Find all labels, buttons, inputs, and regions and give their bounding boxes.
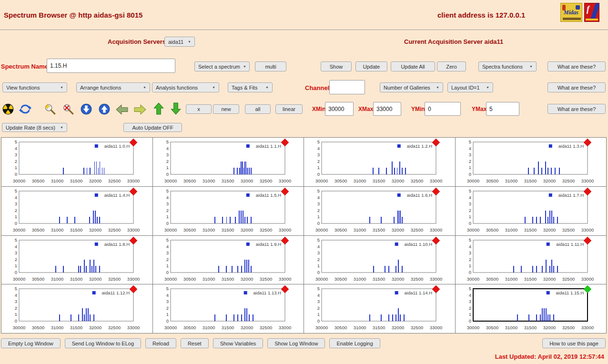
update-all-button[interactable]: Update All	[391, 61, 435, 71]
svg-text:32000: 32000	[89, 178, 101, 183]
what-are-these-button[interactable]: What are these?	[547, 82, 606, 92]
footer-button[interactable]: Show Log Window	[267, 338, 325, 348]
spectrum-panel[interactable]: 0123453000030500310003150032000325003300…	[456, 236, 607, 284]
xmax-input[interactable]	[373, 102, 401, 116]
tags-fits-label: Tags & Fits	[232, 85, 257, 91]
svg-text:3: 3	[15, 250, 17, 255]
svg-text:32500: 32500	[259, 276, 272, 282]
svg-text:5: 5	[166, 237, 168, 243]
arrow-right-icon[interactable]	[134, 104, 146, 116]
svg-text:2: 2	[468, 256, 471, 262]
svg-text:5: 5	[468, 237, 471, 243]
refresh-icon[interactable]	[19, 103, 31, 115]
ymin-label: YMin	[411, 106, 425, 112]
spectra-functions-dropdown[interactable]: Spectra functions ▼	[478, 61, 537, 71]
svg-text:30500: 30500	[486, 227, 498, 233]
spectrum-panel[interactable]: 0123453000030500310003150032000325003300…	[153, 138, 304, 186]
svg-text:1: 1	[15, 263, 17, 268]
show-button[interactable]: Show	[321, 61, 352, 71]
svg-text:aida11 1.0.H: aida11 1.0.H	[104, 143, 130, 149]
svg-text:5: 5	[166, 286, 168, 291]
all-button[interactable]: all	[245, 104, 271, 114]
update-rate-dropdown[interactable]: Update Rate (8 secs) ▼	[2, 123, 67, 132]
globe-up-icon[interactable]	[98, 103, 111, 115]
svg-text:3: 3	[317, 299, 320, 304]
footer-button[interactable]: Enable Logging	[329, 338, 380, 348]
svg-text:5: 5	[166, 139, 168, 144]
svg-text:aida11 1.8.H: aida11 1.8.H	[104, 242, 130, 247]
svg-text:aida11 1.12.H: aida11 1.12.H	[102, 290, 130, 295]
auto-update-button[interactable]: Auto Update OFF	[123, 123, 182, 132]
svg-text:32500: 32500	[411, 276, 423, 282]
svg-text:31000: 31000	[51, 178, 63, 183]
svg-text:1: 1	[15, 312, 17, 317]
footer-buttons: Empty Log WindowSend Log Window to ELogR…	[1, 338, 380, 348]
acquisition-server-select[interactable]: aida11 ▼	[164, 37, 195, 47]
chevron-down-icon: ▼	[265, 86, 269, 89]
channel-input[interactable]	[329, 80, 365, 94]
svg-text:3: 3	[166, 250, 168, 255]
footer-button[interactable]: Reset	[181, 338, 209, 348]
spectrum-panel[interactable]: 0123453000030500310003150032000325003300…	[153, 236, 304, 284]
layout-id-dropdown[interactable]: Layout ID=1 ▼	[447, 82, 493, 92]
number-of-galleries-dropdown[interactable]: Number of Galleries ▼	[380, 82, 443, 92]
spectrum-panel[interactable]: 0123453000030500310003150032000325003300…	[304, 236, 455, 284]
what-are-these-button[interactable]: What are these?	[547, 61, 606, 71]
svg-text:4: 4	[166, 194, 168, 200]
zero-button[interactable]: Zero	[437, 61, 466, 71]
analysis-functions-dropdown[interactable]: Analysis functions ▼	[152, 82, 219, 92]
svg-text:3: 3	[166, 299, 168, 304]
spectrum-panel[interactable]: 0123453000030500310003150032000325003300…	[456, 138, 607, 186]
svg-text:30500: 30500	[486, 276, 498, 282]
view-functions-dropdown[interactable]: View functions ▼	[2, 82, 67, 92]
radiation-icon[interactable]	[2, 103, 14, 115]
spectrum-panel[interactable]: 0123453000030500310003150032000325003300…	[304, 138, 455, 186]
footer-button[interactable]: Show Variables	[213, 338, 263, 348]
footer-button[interactable]: Reload	[145, 338, 176, 348]
zoom-out-icon[interactable]	[62, 103, 74, 115]
what-are-these-button[interactable]: What are these?	[547, 104, 606, 114]
update-button[interactable]: Update	[355, 61, 387, 71]
spectrum-panel[interactable]: 0123453000030500310003150032000325003300…	[1, 138, 152, 186]
spectrum-panel[interactable]: 0123453000030500310003150032000325003300…	[304, 284, 455, 333]
spectrum-panel[interactable]: 0123453000030500310003150032000325003300…	[153, 187, 304, 235]
arrow-up-icon[interactable]	[152, 102, 165, 115]
svg-text:3: 3	[166, 152, 168, 157]
ymin-input[interactable]	[425, 102, 461, 116]
select-spectrum-dropdown[interactable]: Select a spectrum ▼	[194, 61, 250, 71]
svg-text:33000: 33000	[278, 276, 291, 282]
arrow-down-icon[interactable]	[170, 102, 182, 115]
xmin-input[interactable]	[325, 102, 354, 116]
spectrum-panel[interactable]: 0123453000030500310003150032000325003300…	[456, 187, 607, 235]
select-spectrum-label: Select a spectrum	[198, 64, 240, 70]
svg-text:33000: 33000	[581, 325, 593, 330]
new-button[interactable]: new	[213, 104, 239, 114]
linear-button[interactable]: linear	[275, 104, 303, 114]
spectrum-panel[interactable]: 0123453000030500310003150032000325003300…	[153, 284, 304, 333]
svg-text:1: 1	[468, 263, 471, 268]
globe-down-icon[interactable]	[80, 103, 92, 115]
spectrum-panel[interactable]: 0123453000030500310003150032000325003300…	[304, 187, 455, 235]
x-button[interactable]: x	[186, 104, 212, 114]
tags-fits-dropdown[interactable]: Tags & Fits ▼	[228, 82, 273, 92]
spectrum-name-input[interactable]	[47, 59, 175, 73]
svg-text:5: 5	[468, 139, 471, 144]
svg-text:3: 3	[317, 250, 320, 255]
svg-text:31500: 31500	[373, 325, 385, 330]
spectrum-panel[interactable]: 0123453000030500310003150032000325003300…	[456, 284, 607, 333]
ymax-input[interactable]	[486, 102, 519, 116]
how-to-use-button[interactable]: How to use this page	[542, 338, 606, 348]
spectrum-panel[interactable]: 0123453000030500310003150032000325003300…	[1, 236, 152, 284]
footer-button[interactable]: Empty Log Window	[1, 338, 61, 348]
svg-text:33000: 33000	[430, 276, 442, 282]
zoom-in-icon[interactable]	[44, 103, 56, 115]
spectrum-panel[interactable]: 0123453000030500310003150032000325003300…	[1, 187, 152, 235]
spectrum-panel[interactable]: 0123453000030500310003150032000325003300…	[1, 284, 152, 333]
multi-button[interactable]: multi	[255, 61, 286, 71]
svg-text:32500: 32500	[562, 178, 574, 183]
arrow-left-icon[interactable]	[116, 104, 128, 116]
svg-text:5: 5	[317, 237, 320, 243]
arrange-functions-dropdown[interactable]: Arrange functions ▼	[76, 82, 150, 92]
svg-text:31500: 31500	[221, 178, 233, 183]
footer-button[interactable]: Send Log Window to ELog	[65, 338, 141, 348]
